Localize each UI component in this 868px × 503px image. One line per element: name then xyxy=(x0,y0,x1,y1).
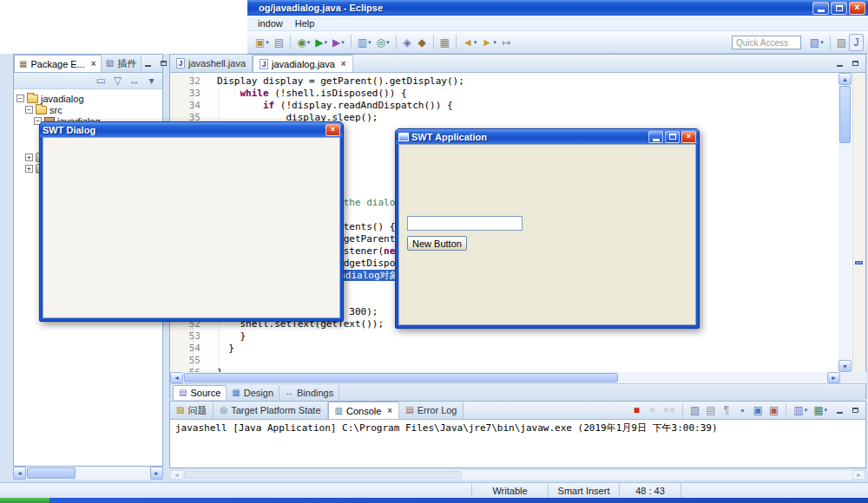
swt-app-maximize-button[interactable] xyxy=(665,131,680,143)
menu-help[interactable]: Help xyxy=(289,17,321,29)
swt-dialog-window[interactable]: SWT Dialog × xyxy=(39,121,344,322)
swt-app-minimize-button[interactable] xyxy=(648,131,663,143)
scrollbar-track[interactable] xyxy=(26,467,150,480)
external-tools-icon[interactable]: ▶▾ xyxy=(330,34,347,51)
show-console-stderr-icon[interactable]: ▣ xyxy=(766,403,781,418)
scroll-right-icon[interactable]: ► xyxy=(827,372,840,383)
package-explorer-hscrollbar[interactable]: ◄ ► xyxy=(13,467,163,480)
open-perspective-icon[interactable]: ▧▾ xyxy=(807,34,826,51)
swt-dialog-titlebar[interactable]: SWT Dialog × xyxy=(40,122,343,137)
show-console-stdout-icon[interactable]: ▣ xyxy=(751,403,766,418)
tree-item-src[interactable]: −src xyxy=(14,104,162,115)
scrollbar-track[interactable] xyxy=(183,372,827,383)
quick-access-input[interactable] xyxy=(732,36,801,49)
overview-ruler[interactable] xyxy=(852,73,865,372)
close-tab-icon[interactable]: × xyxy=(91,59,96,69)
tab-console[interactable]: ▥Console× xyxy=(328,402,400,419)
search-icon[interactable]: ◆ xyxy=(415,34,430,51)
console-maximize-button[interactable] xyxy=(849,405,862,416)
menu-window[interactable]: indow xyxy=(252,17,289,29)
editor-vertical-scrollbar[interactable]: ▲ ▼ xyxy=(838,73,852,372)
tree-item-javadialog-project[interactable]: −javadialog xyxy=(14,93,162,104)
java-perspective-icon[interactable]: J xyxy=(849,34,864,51)
minimize-button[interactable] xyxy=(812,2,829,15)
new-wizard-icon[interactable]: ▣▾ xyxy=(253,34,272,51)
scrollbar-thumb[interactable] xyxy=(27,467,76,479)
tab-problems[interactable]: ▨问题 xyxy=(170,402,214,419)
close-tab-icon[interactable]: × xyxy=(341,59,346,69)
scrollbar-thumb[interactable] xyxy=(184,471,462,479)
close-button[interactable]: × xyxy=(849,2,865,15)
tab-error-log[interactable]: ▤Error Log xyxy=(399,402,464,419)
word-wrap-icon[interactable]: ¶ xyxy=(720,403,734,418)
remove-all-launches-icon[interactable]: ×× xyxy=(661,403,678,418)
console-minimize-button[interactable] xyxy=(833,405,846,416)
filter-icon[interactable]: ▽ xyxy=(110,74,125,88)
terminate-icon[interactable]: ■ xyxy=(629,403,644,418)
run-icon[interactable]: ▶▾ xyxy=(312,34,330,51)
tab-bindings[interactable]: ↔Bindings xyxy=(279,385,339,400)
new-java-class-icon[interactable]: ◎▾ xyxy=(374,34,392,51)
close-tab-icon[interactable]: × xyxy=(387,406,392,415)
tab-target-platform-state[interactable]: ◎Target Platform State xyxy=(214,402,327,419)
open-type-icon[interactable]: ◈ xyxy=(400,34,415,51)
remove-launch-icon[interactable]: × xyxy=(645,403,660,418)
clear-console-icon[interactable]: ▧ xyxy=(687,403,702,418)
scroll-right-icon[interactable]: ► xyxy=(150,467,163,480)
scroll-right-icon[interactable]: ► xyxy=(852,470,865,480)
pin-console-icon[interactable]: ▪ xyxy=(735,403,750,418)
project-icon xyxy=(27,95,38,103)
collapse-icon[interactable]: − xyxy=(16,95,24,102)
javaee-perspective-icon[interactable]: ▨ xyxy=(834,34,849,51)
link-with-editor-icon[interactable]: ↔ xyxy=(127,74,142,88)
mark-occurrences-icon[interactable]: ▦ xyxy=(437,34,452,51)
scroll-lock-icon[interactable]: ▤ xyxy=(703,403,718,418)
swt-app-new-button[interactable]: New Button xyxy=(407,236,467,251)
scroll-left-icon[interactable]: ◄ xyxy=(170,372,183,383)
scrollbar-track[interactable] xyxy=(838,85,852,360)
start-button[interactable] xyxy=(0,498,49,503)
occurrence-marker[interactable] xyxy=(855,261,863,265)
swt-app-close-button[interactable]: × xyxy=(681,131,696,143)
eclipse-titlebar[interactable]: og/javadialog.java - Eclipse × xyxy=(247,0,868,16)
tab-javashell-java[interactable]: Jjavashell.java xyxy=(170,55,253,72)
editor-maximize-button[interactable] xyxy=(849,58,862,69)
scroll-left-icon[interactable]: ◄ xyxy=(170,470,183,480)
back-history-icon[interactable]: ◄▾ xyxy=(460,34,479,51)
console-output[interactable]: javashell [Java Application] C:\Program … xyxy=(170,420,865,467)
scrollbar-track[interactable] xyxy=(183,470,852,480)
tab-package-explorer[interactable]: ▦Package E...× xyxy=(14,55,102,72)
last-edit-location-icon[interactable]: ↦ xyxy=(499,34,514,51)
scroll-left-icon[interactable]: ◄ xyxy=(13,467,26,480)
forward-history-icon[interactable]: ►▾ xyxy=(479,34,498,51)
scroll-up-icon[interactable]: ▲ xyxy=(838,73,852,85)
tab-javadialog-java[interactable]: Jjavadialog.java× xyxy=(253,55,353,72)
swt-dialog-close-button[interactable]: × xyxy=(326,124,340,136)
tab-plugins[interactable]: ▧插件 xyxy=(102,55,141,72)
scrollbar-thumb[interactable] xyxy=(839,86,851,143)
editor-minimize-button[interactable] xyxy=(833,58,846,69)
scroll-down-icon[interactable]: ▼ xyxy=(838,360,852,372)
tab-source[interactable]: ▤Source xyxy=(173,385,227,400)
new-java-project-icon[interactable]: ▥▾ xyxy=(355,34,374,51)
view-maximize-button[interactable] xyxy=(157,58,170,69)
restore-button[interactable] xyxy=(831,2,847,15)
editor-horizontal-scrollbar[interactable]: ◄ ► xyxy=(170,372,840,383)
collapse-all-icon[interactable]: ▭ xyxy=(94,74,108,88)
tab-design[interactable]: ▦Design xyxy=(227,385,279,400)
swt-application-titlebar[interactable]: SWT Application × xyxy=(396,129,699,144)
debug-icon[interactable]: ◉▾ xyxy=(294,34,312,51)
swt-app-text-field[interactable] xyxy=(407,216,523,231)
view-menu-icon[interactable]: ▾ xyxy=(144,74,159,88)
swt-application-window[interactable]: SWT Application × New Button xyxy=(395,128,700,329)
scrollbar-thumb[interactable] xyxy=(184,373,618,382)
save-icon[interactable]: ▤ xyxy=(272,34,286,51)
display-selected-console-icon[interactable]: ▥▾ xyxy=(791,403,810,418)
console-hscrollbar[interactable]: ◄ ► xyxy=(170,470,865,480)
open-console-icon[interactable]: ▦▾ xyxy=(811,403,830,418)
expand-icon[interactable]: + xyxy=(25,154,33,161)
expand-icon[interactable]: + xyxy=(25,165,33,173)
collapse-icon[interactable]: − xyxy=(25,106,33,114)
open-console-icon: ▦ xyxy=(813,405,823,415)
view-minimize-button[interactable] xyxy=(141,58,155,69)
